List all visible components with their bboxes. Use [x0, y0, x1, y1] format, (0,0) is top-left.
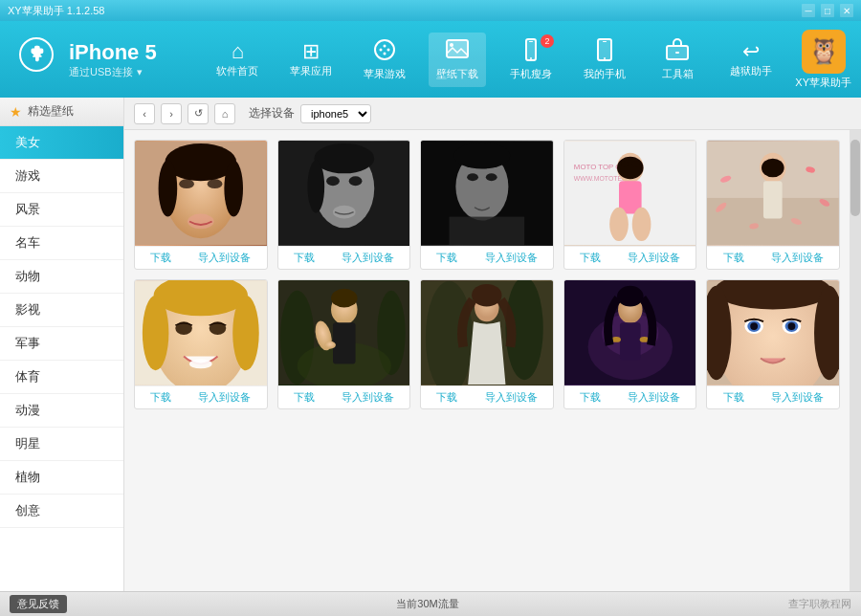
- wallpaper-actions: 下载 导入到设备: [421, 246, 553, 269]
- svg-rect-12: [526, 39, 536, 60]
- download-link[interactable]: 下载: [436, 251, 457, 265]
- download-link[interactable]: 下载: [723, 251, 744, 265]
- nav-bar: ⌂ 软件首页 ⊞ 苹果应用 苹果游戏: [201, 33, 787, 87]
- device-connection: 通过USB连接 ▾: [69, 65, 157, 79]
- star-icon: ★: [10, 104, 22, 120]
- svg-rect-54: [763, 181, 783, 218]
- svg-point-27: [224, 161, 243, 217]
- sidebar-item-sports[interactable]: 体育: [0, 361, 123, 394]
- import-link[interactable]: 导入到设备: [342, 390, 394, 405]
- forward-button[interactable]: ›: [161, 103, 182, 124]
- wallpaper-thumbnail: MOTO TOP GIRL WWW.MOTOTEL: [564, 141, 696, 246]
- download-link[interactable]: 下载: [150, 390, 171, 405]
- sidebar-item-anime[interactable]: 动漫: [0, 394, 123, 428]
- svg-point-26: [159, 161, 178, 217]
- svg-rect-4: [38, 50, 40, 52]
- svg-rect-14: [530, 57, 532, 59]
- svg-rect-2: [33, 53, 39, 55]
- scrollbar-thumb[interactable]: [850, 140, 860, 216]
- svg-point-49: [609, 208, 629, 241]
- svg-point-55: [762, 159, 784, 178]
- nav-software-home[interactable]: ⌂ 软件首页: [209, 35, 266, 84]
- my-phone-icon: [594, 38, 615, 65]
- download-link[interactable]: 下载: [294, 251, 315, 265]
- sidebar-item-military[interactable]: 军事: [0, 327, 123, 361]
- sidebar-item-animals[interactable]: 动物: [0, 260, 123, 294]
- download-link[interactable]: 下载: [580, 251, 601, 265]
- download-link[interactable]: 下载: [580, 390, 601, 405]
- sidebar-item-stars[interactable]: 明星: [0, 428, 123, 461]
- sidebar-header-label: 精选壁纸: [28, 103, 74, 120]
- wallpaper-item: 下载 导入到设备: [420, 279, 554, 409]
- download-link[interactable]: 下载: [723, 390, 744, 405]
- nav-label: 壁纸下载: [436, 67, 478, 81]
- svg-point-24: [188, 214, 214, 230]
- dropdown-arrow-icon[interactable]: ▾: [137, 66, 143, 78]
- sidebar-item-games[interactable]: 游戏: [0, 160, 123, 193]
- xy-assistant-button[interactable]: 🦉 XY苹果助手: [795, 30, 851, 90]
- import-link[interactable]: 导入到设备: [771, 390, 824, 405]
- xy-owl-icon: 🦉: [802, 30, 846, 74]
- import-link[interactable]: 导入到设备: [485, 390, 538, 405]
- refresh-button[interactable]: ↺: [188, 103, 209, 124]
- minimize-button[interactable]: ─: [802, 4, 815, 17]
- toolbar-home-button[interactable]: ⌂: [214, 103, 235, 124]
- usb-icon: [19, 37, 54, 72]
- svg-point-9: [383, 52, 386, 55]
- jailbreak-icon: ↩: [742, 41, 760, 62]
- svg-point-40: [454, 143, 511, 169]
- sidebar-item-cars[interactable]: 名车: [0, 227, 123, 260]
- nav-apple-games[interactable]: 苹果游戏: [356, 33, 413, 87]
- nav-label: 软件首页: [216, 64, 258, 78]
- sidebar-item-beauty[interactable]: 美女: [0, 126, 123, 160]
- download-link[interactable]: 下载: [294, 390, 315, 405]
- sidebar-item-movies[interactable]: 影视: [0, 294, 123, 327]
- wallpaper-actions: 下载 导入到设备: [707, 246, 839, 269]
- device-name: iPhone 5: [69, 40, 157, 65]
- wallpaper-item: 下载 导入到设备: [134, 140, 268, 270]
- nav-apple-apps[interactable]: ⊞ 苹果应用: [282, 35, 340, 84]
- nav-label: 工具箱: [662, 67, 694, 81]
- svg-point-22: [179, 179, 194, 188]
- svg-rect-88: [620, 322, 641, 360]
- wallpaper-item: 下载 导入到设备: [134, 279, 268, 409]
- close-button[interactable]: ✕: [840, 4, 853, 17]
- device-select[interactable]: iphone5 iphone6 ipad: [300, 104, 371, 123]
- storage-info: 当前30M流量: [396, 597, 458, 611]
- back-button[interactable]: ‹: [134, 103, 155, 124]
- import-link[interactable]: 导入到设备: [198, 251, 251, 265]
- titlebar: XY苹果助手 1.1.2.58 ─ □ ✕: [0, 0, 861, 21]
- feedback-button[interactable]: 意见反馈: [10, 595, 67, 613]
- nav-label: 越狱助手: [730, 64, 772, 78]
- nav-phone-slim[interactable]: 2 手机瘦身: [502, 33, 560, 87]
- import-link[interactable]: 导入到设备: [342, 251, 394, 265]
- svg-point-11: [450, 43, 453, 47]
- svg-point-7: [386, 48, 389, 51]
- svg-rect-17: [604, 57, 606, 59]
- watermark: 查字职教程网: [788, 597, 851, 611]
- scrollbar[interactable]: [850, 130, 861, 591]
- import-link[interactable]: 导入到设备: [198, 390, 251, 405]
- sidebar-item-scenery[interactable]: 风景: [0, 193, 123, 227]
- statusbar: 意见反馈 当前30M流量 查字职教程网: [0, 591, 861, 616]
- wallpaper-thumbnail: [278, 141, 410, 246]
- nav-my-phone[interactable]: 我的手机: [576, 33, 633, 87]
- svg-point-23: [208, 179, 223, 188]
- maximize-button[interactable]: □: [821, 4, 834, 17]
- nav-label: 手机瘦身: [510, 67, 552, 81]
- phone-slim-icon: [520, 38, 541, 65]
- import-link[interactable]: 导入到设备: [771, 251, 824, 265]
- nav-label: 我的手机: [584, 67, 626, 81]
- download-link[interactable]: 下载: [436, 390, 457, 405]
- import-link[interactable]: 导入到设备: [628, 251, 680, 265]
- device-info: iPhone 5 通过USB连接 ▾: [10, 40, 201, 79]
- import-link[interactable]: 导入到设备: [485, 251, 538, 265]
- sidebar-item-plants[interactable]: 植物: [0, 461, 123, 495]
- download-link[interactable]: 下载: [150, 251, 171, 265]
- sidebar-item-creative[interactable]: 创意: [0, 495, 123, 528]
- nav-toolbox[interactable]: 工具箱: [649, 33, 706, 87]
- svg-point-46: [617, 157, 644, 180]
- import-link[interactable]: 导入到设备: [628, 390, 680, 405]
- nav-wallpaper[interactable]: 壁纸下载: [429, 33, 486, 87]
- nav-jailbreak[interactable]: ↩ 越狱助手: [722, 35, 780, 84]
